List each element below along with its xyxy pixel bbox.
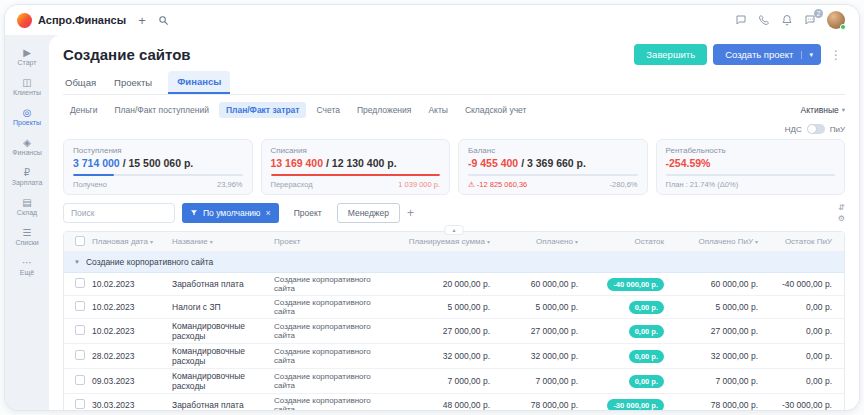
salary-icon: ₽ [24, 167, 30, 178]
online-status-dot [840, 24, 846, 30]
chevron-down-icon[interactable]: ▾ [801, 51, 813, 59]
main-content: Создание сайтов Завершить Создать проект… [49, 35, 859, 410]
col-planned[interactable]: Планируемая сумма▾ [392, 235, 502, 248]
sidebar-item-warehouse[interactable]: ▤ Склад [6, 193, 48, 220]
collapse-table-button[interactable]: ▴ [444, 225, 463, 235]
col-paid-piu[interactable]: Оплачено ПиУ▾ [676, 235, 770, 248]
page-header: Создание сайтов Завершить Создать проект… [63, 44, 845, 65]
sidebar-item-clients[interactable]: ◫ Клиенты [6, 73, 48, 100]
search-input[interactable] [63, 203, 175, 223]
col-rest[interactable]: Остаток [590, 235, 676, 248]
piu-label: ПиУ [830, 125, 845, 134]
sort-icon: ▾ [487, 239, 490, 245]
app-logo[interactable]: Аспро.Финансы [17, 13, 126, 28]
sidebar-item-finances[interactable]: ◈ Финансы [6, 133, 48, 160]
subtab-plan-fact-expenses[interactable]: План/Факт затрат [219, 102, 307, 118]
col-project[interactable]: Проект [270, 235, 392, 248]
start-icon: ▶ [23, 47, 31, 58]
group-row[interactable]: ▼ Создание корпоративного сайта [64, 252, 844, 273]
row-checkbox[interactable] [75, 399, 85, 409]
table-row[interactable]: 28.02.2023 Командировочные расходы Созда… [64, 344, 844, 369]
kebab-menu-button[interactable]: ⋮ [827, 48, 845, 62]
vat-piu-toggle[interactable] [807, 124, 825, 134]
table-row[interactable]: 10.02.2023 Заработная плата Создание кор… [64, 273, 844, 296]
row-checkbox[interactable] [75, 325, 85, 335]
kpi-expenses[interactable]: Списания 13 169 400 / 12 130 400 р. Пере… [261, 139, 451, 195]
funnel-icon [190, 209, 198, 217]
status-filter-dropdown[interactable]: Активные ▾ [801, 105, 845, 115]
notification-badge: 2 [814, 9, 823, 18]
avatar[interactable] [827, 11, 845, 29]
more-icon: ⋯ [22, 257, 32, 268]
row-checkbox[interactable] [75, 375, 85, 385]
filter-chip-project[interactable]: Проект [286, 204, 330, 222]
divider [666, 174, 836, 176]
app-window: Аспро.Финансы + 2 ▶ [4, 4, 860, 411]
create-project-button[interactable]: Создать проект ▾ [713, 44, 821, 65]
row-checkbox[interactable] [75, 350, 85, 360]
chevron-down-icon: ▼ [74, 259, 80, 265]
subtab-offers[interactable]: Предложения [350, 102, 418, 118]
table-row[interactable]: 30.03.2023 Заработная плата Создание кор… [64, 394, 844, 410]
tabs: Общая Проекты Финансы [63, 71, 845, 95]
rest-badge: 0,00 р. [629, 325, 664, 338]
kpi-profitability[interactable]: Рентабельность -254.59% План : 21.74% (Δ… [656, 139, 846, 195]
sidebar-item-more[interactable]: ⋯ Ещё [6, 253, 48, 280]
tab-general[interactable]: Общая [63, 72, 98, 94]
close-icon[interactable]: × [265, 208, 270, 218]
sidebar-item-lists[interactable]: ☰ Списки [6, 223, 48, 250]
table-row[interactable]: 10.02.2023 Командировочные расходы Созда… [64, 319, 844, 344]
kpi-income[interactable]: Поступления 3 714 000 / 15 500 060 р. По… [63, 139, 253, 195]
subtab-acts[interactable]: Акты [421, 102, 455, 118]
add-filter-button[interactable]: + [407, 206, 414, 220]
row-checkbox[interactable] [75, 301, 85, 311]
subtab-warehouse-accounting[interactable]: Складской учет [458, 102, 534, 118]
subtab-money[interactable]: Деньги [63, 102, 104, 118]
sidebar-item-salary[interactable]: ₽ Зарплата [6, 163, 48, 190]
quick-add-button[interactable]: + [134, 12, 150, 29]
chat-icon[interactable]: 2 [804, 14, 816, 26]
bell-icon[interactable] [781, 14, 793, 26]
phone-icon[interactable] [758, 14, 770, 26]
logo-icon [17, 13, 32, 28]
tab-finances[interactable]: Финансы [168, 71, 230, 94]
progress-bar [271, 174, 441, 176]
table-row[interactable]: 09.03.2023 Командировочные расходы Созда… [64, 369, 844, 394]
logo-text: Аспро.Финансы [38, 14, 126, 26]
finish-button[interactable]: Завершить [634, 44, 707, 65]
table-row[interactable]: 10.02.2023 Налоги с ЗП Создание корпорат… [64, 296, 844, 319]
rest-badge: 0,00 р. [629, 375, 664, 388]
col-date[interactable]: Плановая дата▾ [88, 235, 168, 248]
payments-table: Плановая дата▾ Название▾ Проект Планируе… [63, 231, 845, 410]
page-title: Создание сайтов [63, 46, 191, 63]
table-settings-gear-icon[interactable]: ⚙ [838, 214, 845, 223]
col-name[interactable]: Название▾ [168, 235, 270, 248]
rest-badge: -30 000,00 р. [607, 399, 664, 411]
progress-bar [73, 174, 243, 176]
tab-projects[interactable]: Проекты [112, 72, 154, 94]
sidebar-item-start[interactable]: ▶ Старт [6, 43, 48, 70]
vat-label: НДС [785, 125, 802, 134]
sort-icon: ▾ [150, 239, 153, 245]
filter-chip-manager[interactable]: Менеджер [337, 203, 400, 223]
search-icon[interactable] [158, 15, 169, 26]
subtab-plan-fact-income[interactable]: План/Факт поступлений [107, 102, 215, 118]
subtab-invoices[interactable]: Счета [309, 102, 346, 118]
expand-rows-icon[interactable]: ⇵ [838, 203, 845, 212]
rest-badge: -40 000,00 р. [607, 278, 664, 291]
rest-badge: 0,00 р. [629, 301, 664, 314]
sort-icon: ▾ [755, 239, 758, 245]
kpi-balance[interactable]: Баланс -9 455 400 / 3 369 660 р. ⚠ -12 8… [458, 139, 648, 195]
row-checkbox[interactable] [75, 278, 85, 288]
vat-toggle-row: НДС ПиУ [63, 124, 845, 134]
topbar-right: 2 [735, 11, 845, 29]
comment-icon[interactable] [735, 14, 747, 26]
chevron-down-icon: ▾ [842, 106, 845, 114]
filter-preset-chip[interactable]: По умолчанию × [182, 203, 279, 223]
col-rest-piu[interactable]: Остаток ПиУ [770, 235, 844, 248]
col-paid[interactable]: Оплачено▾ [502, 235, 590, 248]
sidebar-item-projects[interactable]: ◎ Проекты [6, 103, 48, 130]
rest-badge: 0,00 р. [629, 350, 664, 363]
select-all-checkbox[interactable] [75, 236, 85, 246]
table-header-row: Плановая дата▾ Название▾ Проект Планируе… [64, 232, 844, 252]
